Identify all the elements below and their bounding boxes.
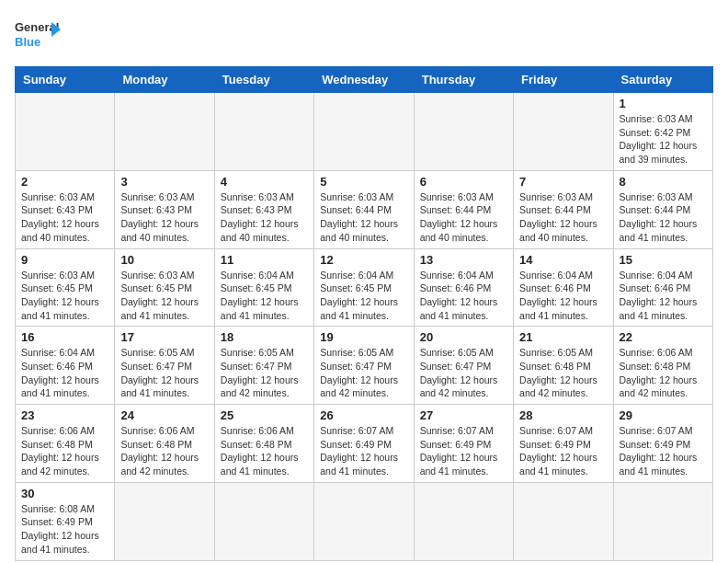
calendar-cell: 21Sunrise: 6:05 AM Sunset: 6:48 PM Dayli… <box>514 327 613 405</box>
calendar-cell: 4Sunrise: 6:03 AM Sunset: 6:43 PM Daylig… <box>214 170 313 248</box>
calendar-cell: 11Sunrise: 6:04 AM Sunset: 6:45 PM Dayli… <box>214 248 313 327</box>
day-number: 9 <box>21 253 108 267</box>
calendar-cell: 22Sunrise: 6:06 AM Sunset: 6:48 PM Dayli… <box>613 327 712 405</box>
calendar-cell: 16Sunrise: 6:04 AM Sunset: 6:46 PM Dayli… <box>16 327 115 405</box>
day-number: 8 <box>620 175 707 189</box>
day-info: Sunrise: 6:03 AM Sunset: 6:43 PM Dayligh… <box>21 190 108 245</box>
calendar-cell: 17Sunrise: 6:05 AM Sunset: 6:47 PM Dayli… <box>115 327 214 405</box>
calendar-cell: 1Sunrise: 6:03 AM Sunset: 6:42 PM Daylig… <box>613 93 712 171</box>
day-info: Sunrise: 6:03 AM Sunset: 6:44 PM Dayligh… <box>420 190 507 245</box>
weekday-header-friday: Friday <box>514 67 613 93</box>
day-info: Sunrise: 6:07 AM Sunset: 6:49 PM Dayligh… <box>420 424 507 478</box>
day-number: 1 <box>620 97 707 110</box>
day-number: 11 <box>221 253 308 267</box>
calendar-cell: 9Sunrise: 6:03 AM Sunset: 6:45 PM Daylig… <box>16 248 115 327</box>
calendar-cell <box>214 482 313 560</box>
calendar-cell: 8Sunrise: 6:03 AM Sunset: 6:44 PM Daylig… <box>613 170 712 248</box>
header: General Blue <box>15 15 713 55</box>
day-number: 24 <box>120 408 208 422</box>
calendar-cell <box>314 93 414 171</box>
day-info: Sunrise: 6:03 AM Sunset: 6:45 PM Dayligh… <box>120 269 208 323</box>
day-info: Sunrise: 6:05 AM Sunset: 6:47 PM Dayligh… <box>221 346 308 400</box>
calendar-cell: 14Sunrise: 6:04 AM Sunset: 6:46 PM Dayli… <box>514 248 613 327</box>
calendar-cell: 19Sunrise: 6:05 AM Sunset: 6:47 PM Dayli… <box>314 327 414 405</box>
logo: General Blue <box>15 15 61 55</box>
calendar-cell: 18Sunrise: 6:05 AM Sunset: 6:47 PM Dayli… <box>214 327 313 405</box>
day-number: 5 <box>320 175 407 189</box>
day-info: Sunrise: 6:05 AM Sunset: 6:47 PM Dayligh… <box>120 346 208 400</box>
day-number: 10 <box>120 253 208 267</box>
calendar-cell <box>414 93 513 171</box>
calendar-cell <box>514 482 613 560</box>
day-info: Sunrise: 6:07 AM Sunset: 6:49 PM Dayligh… <box>320 424 407 478</box>
day-number: 14 <box>519 253 607 267</box>
day-info: Sunrise: 6:03 AM Sunset: 6:44 PM Dayligh… <box>519 190 607 245</box>
day-number: 19 <box>320 330 407 344</box>
weekday-header-wednesday: Wednesday <box>314 67 414 93</box>
day-info: Sunrise: 6:06 AM Sunset: 6:48 PM Dayligh… <box>620 346 707 400</box>
day-number: 12 <box>320 253 407 267</box>
day-number: 20 <box>420 330 507 344</box>
calendar-week-3: 9Sunrise: 6:03 AM Sunset: 6:45 PM Daylig… <box>16 248 713 327</box>
day-number: 27 <box>420 408 507 422</box>
calendar-cell: 5Sunrise: 6:03 AM Sunset: 6:44 PM Daylig… <box>314 170 414 248</box>
day-number: 30 <box>21 487 108 500</box>
day-info: Sunrise: 6:04 AM Sunset: 6:45 PM Dayligh… <box>221 269 308 323</box>
calendar-cell: 10Sunrise: 6:03 AM Sunset: 6:45 PM Dayli… <box>115 248 214 327</box>
weekday-header-sunday: Sunday <box>16 67 115 93</box>
day-number: 25 <box>221 408 308 422</box>
calendar-cell: 20Sunrise: 6:05 AM Sunset: 6:47 PM Dayli… <box>414 327 513 405</box>
calendar-cell <box>314 482 414 560</box>
day-info: Sunrise: 6:06 AM Sunset: 6:48 PM Dayligh… <box>221 424 308 478</box>
calendar-table: SundayMondayTuesdayWednesdayThursdayFrid… <box>15 66 713 561</box>
day-number: 6 <box>420 175 507 189</box>
day-info: Sunrise: 6:05 AM Sunset: 6:48 PM Dayligh… <box>519 346 607 400</box>
day-info: Sunrise: 6:03 AM Sunset: 6:44 PM Dayligh… <box>320 190 407 245</box>
day-number: 28 <box>519 408 607 422</box>
calendar-week-4: 16Sunrise: 6:04 AM Sunset: 6:46 PM Dayli… <box>16 327 713 405</box>
day-number: 21 <box>519 330 607 344</box>
calendar-cell: 13Sunrise: 6:04 AM Sunset: 6:46 PM Dayli… <box>414 248 513 327</box>
day-info: Sunrise: 6:05 AM Sunset: 6:47 PM Dayligh… <box>420 346 507 400</box>
svg-text:Blue: Blue <box>15 35 40 49</box>
calendar-cell <box>16 93 115 171</box>
day-number: 26 <box>320 408 407 422</box>
generalblue-logo-icon: General Blue <box>15 15 61 55</box>
calendar-week-2: 2Sunrise: 6:03 AM Sunset: 6:43 PM Daylig… <box>16 170 713 248</box>
day-info: Sunrise: 6:06 AM Sunset: 6:48 PM Dayligh… <box>120 424 208 478</box>
day-info: Sunrise: 6:08 AM Sunset: 6:49 PM Dayligh… <box>21 502 108 557</box>
calendar-cell: 23Sunrise: 6:06 AM Sunset: 6:48 PM Dayli… <box>16 405 115 483</box>
calendar-cell <box>613 482 712 560</box>
calendar-week-1: 1Sunrise: 6:03 AM Sunset: 6:42 PM Daylig… <box>16 93 713 171</box>
day-number: 29 <box>620 408 707 422</box>
calendar-cell: 6Sunrise: 6:03 AM Sunset: 6:44 PM Daylig… <box>414 170 513 248</box>
weekday-header-thursday: Thursday <box>414 67 513 93</box>
weekday-header-tuesday: Tuesday <box>214 67 313 93</box>
weekday-header-monday: Monday <box>115 67 214 93</box>
weekday-header-row: SundayMondayTuesdayWednesdayThursdayFrid… <box>16 67 713 93</box>
calendar-cell <box>214 93 313 171</box>
day-info: Sunrise: 6:05 AM Sunset: 6:47 PM Dayligh… <box>320 346 407 400</box>
day-number: 16 <box>21 330 108 344</box>
day-number: 15 <box>620 253 707 267</box>
day-number: 18 <box>221 330 308 344</box>
day-info: Sunrise: 6:03 AM Sunset: 6:45 PM Dayligh… <box>21 269 108 323</box>
calendar-cell: 2Sunrise: 6:03 AM Sunset: 6:43 PM Daylig… <box>16 170 115 248</box>
day-number: 3 <box>120 175 208 189</box>
day-info: Sunrise: 6:04 AM Sunset: 6:45 PM Dayligh… <box>320 269 407 323</box>
calendar-week-6: 30Sunrise: 6:08 AM Sunset: 6:49 PM Dayli… <box>16 482 713 560</box>
day-number: 22 <box>620 330 707 344</box>
day-info: Sunrise: 6:03 AM Sunset: 6:43 PM Dayligh… <box>221 190 308 245</box>
calendar-cell: 29Sunrise: 6:07 AM Sunset: 6:49 PM Dayli… <box>613 405 712 483</box>
day-info: Sunrise: 6:07 AM Sunset: 6:49 PM Dayligh… <box>620 424 707 478</box>
calendar-cell <box>115 482 214 560</box>
day-info: Sunrise: 6:04 AM Sunset: 6:46 PM Dayligh… <box>21 346 108 400</box>
day-info: Sunrise: 6:03 AM Sunset: 6:44 PM Dayligh… <box>620 190 707 245</box>
day-info: Sunrise: 6:06 AM Sunset: 6:48 PM Dayligh… <box>21 424 108 478</box>
day-number: 4 <box>221 175 308 189</box>
calendar-cell: 7Sunrise: 6:03 AM Sunset: 6:44 PM Daylig… <box>514 170 613 248</box>
calendar-week-5: 23Sunrise: 6:06 AM Sunset: 6:48 PM Dayli… <box>16 405 713 483</box>
day-info: Sunrise: 6:07 AM Sunset: 6:49 PM Dayligh… <box>519 424 607 478</box>
day-info: Sunrise: 6:04 AM Sunset: 6:46 PM Dayligh… <box>420 269 507 323</box>
day-info: Sunrise: 6:04 AM Sunset: 6:46 PM Dayligh… <box>519 269 607 323</box>
